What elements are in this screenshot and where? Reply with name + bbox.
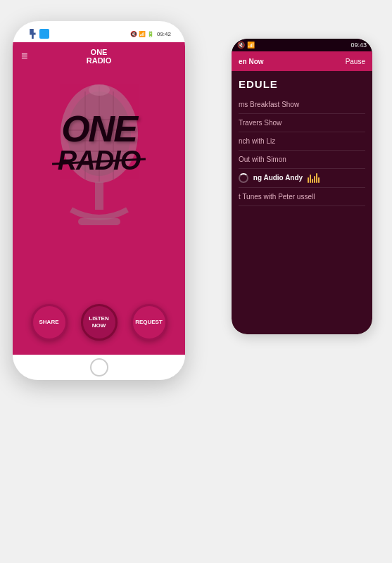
listen-now-button[interactable]: LISTEN NOW (81, 304, 118, 341)
audio-bar (318, 177, 320, 183)
front-time: 09:42 (157, 31, 171, 37)
logo-radio: RADIO (58, 146, 140, 176)
back-volume-icon: 🔇 (237, 42, 245, 49)
audio-bar (316, 173, 317, 183)
schedule-item-label: t Tunes with Peter ussell (239, 193, 315, 201)
back-header-title: en Now (239, 58, 264, 65)
logo-one: ONE (58, 113, 140, 146)
schedule-item: ms Breakfast Show (239, 96, 365, 114)
phone-back: 🔇 📶 09:43 en Now Pause EDULE ms Breakfas… (232, 39, 372, 334)
request-button[interactable]: REQUEST (131, 304, 167, 341)
hero-section: ONE RADIO SHARE LISTEN NOW REQUEST (13, 70, 185, 355)
app-logo: ONE RADIO (58, 113, 140, 176)
schedule-item: Out with Simon (239, 151, 365, 169)
app-title-radio: RADIO (87, 56, 111, 65)
social-icons (27, 29, 49, 39)
hamburger-menu[interactable]: ≡ (21, 50, 27, 63)
back-time: 09:43 (350, 42, 367, 49)
back-signal-icon: 📶 (247, 42, 255, 49)
app-bar-title: ONE RADIO (87, 48, 111, 65)
schedule-item-label: Out with Simon (239, 156, 286, 163)
twitter-icon[interactable] (39, 29, 49, 39)
svg-point-11 (89, 84, 110, 96)
audio-bar (312, 179, 313, 183)
loading-spinner (239, 173, 248, 183)
schedule-item: t Tunes with Peter ussell (239, 188, 365, 206)
back-schedule: EDULE ms Breakfast Show Travers Show nch… (232, 71, 372, 334)
bottom-action-buttons: SHARE LISTEN NOW REQUEST (13, 304, 185, 355)
audio-bar (308, 177, 309, 183)
schedule-item-label: ms Breakfast Show (239, 101, 299, 108)
schedule-item-label: ng Audio Andy (253, 174, 303, 182)
back-status-icons: 🔇 📶 (237, 42, 255, 49)
svg-rect-10 (78, 218, 120, 225)
back-header: en Now Pause (232, 51, 372, 71)
iphone-status-bar: 🔇 📶 🔋 09:42 (130, 31, 171, 37)
status-icons: 🔇 📶 🔋 (130, 31, 154, 37)
app-bar: ≡ ONE RADIO (13, 42, 185, 70)
audio-bar (314, 176, 315, 183)
svg-rect-9 (95, 182, 103, 210)
facebook-icon[interactable] (27, 29, 37, 39)
iphone-top-bar: 🔇 📶 🔋 09:42 (13, 21, 185, 42)
home-button[interactable] (90, 358, 108, 377)
schedule-item-label: nch with Liz (239, 137, 275, 145)
schedule-title: EDULE (239, 78, 365, 90)
share-button[interactable]: SHARE (31, 304, 68, 341)
back-status-bar: 🔇 📶 09:43 (232, 39, 372, 51)
schedule-item-active: ng Audio Andy (239, 169, 365, 188)
audio-bar (310, 175, 311, 183)
app-title-one: ONE (87, 48, 111, 56)
phone-front: 🔇 📶 🔋 09:42 ≡ ONE RADIO (13, 21, 185, 380)
back-pause-button[interactable]: Pause (346, 58, 365, 65)
schedule-item: Travers Show (239, 114, 365, 132)
schedule-item: nch with Liz (239, 132, 365, 151)
iphone-home-area (13, 355, 185, 380)
schedule-item-label: Travers Show (239, 119, 282, 127)
audio-bars (308, 173, 320, 183)
